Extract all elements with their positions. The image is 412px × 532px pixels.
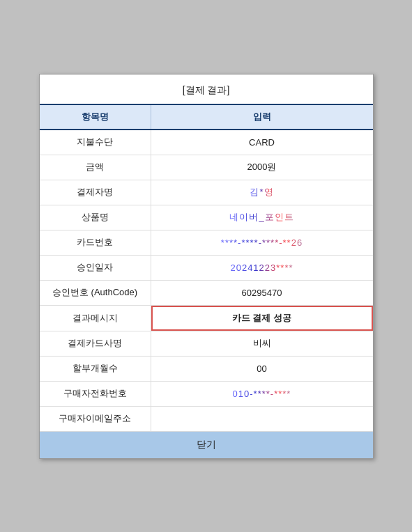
row-label: 카드번호 <box>40 230 151 255</box>
table-row: 할부개월수00 <box>40 357 373 382</box>
row-value: 네이버_포인트 <box>151 205 373 230</box>
row-value: 비씨 <box>151 331 373 356</box>
row-label: 결과메시지 <box>40 306 151 331</box>
header-col-value: 입력 <box>151 105 373 129</box>
row-label: 결제자명 <box>40 180 151 205</box>
table-body: 지불수단CARD금액2000원결제자명김*영상품명네이버_포인트카드번호****… <box>40 130 373 432</box>
table-header: 항목명 입력 <box>40 105 373 130</box>
table-row: 금액2000원 <box>40 155 373 180</box>
row-value: 010-****-**** <box>151 382 373 406</box>
row-value <box>151 407 373 431</box>
row-label: 상품명 <box>40 205 151 230</box>
row-label: 구매자이메일주소 <box>40 407 151 431</box>
row-label: 승인번호 (AuthCode) <box>40 281 151 305</box>
table-row: 승인일자20241223**** <box>40 256 373 281</box>
payment-result-dialog: [결제 결과] 항목명 입력 지불수단CARD금액2000원결제자명김*영상품명… <box>39 74 374 459</box>
row-value: CARD <box>151 130 373 155</box>
header-col-label: 항목명 <box>40 105 151 129</box>
row-value: ****-****-****-**26 <box>151 230 373 255</box>
close-button[interactable]: 닫기 <box>40 432 373 458</box>
row-label: 금액 <box>40 155 151 180</box>
dialog-title: [결제 결과] <box>40 75 373 105</box>
table-row: 구매자이메일주소 <box>40 407 373 432</box>
row-label: 결제카드사명 <box>40 331 151 356</box>
row-value: 김*영 <box>151 180 373 205</box>
row-label: 구매자전화번호 <box>40 382 151 406</box>
table-row: 상품명네이버_포인트 <box>40 205 373 230</box>
table-row: 결제자명김*영 <box>40 180 373 205</box>
row-label: 승인일자 <box>40 256 151 280</box>
table-row: 구매자전화번호010-****-**** <box>40 382 373 407</box>
row-label: 할부개월수 <box>40 357 151 381</box>
table-row: 지불수단CARD <box>40 130 373 155</box>
row-value: 2000원 <box>151 155 373 180</box>
table-row: 카드번호****-****-****-**26 <box>40 230 373 256</box>
row-value: 00 <box>151 357 373 381</box>
row-value: 카드 결제 성공 <box>151 306 373 331</box>
table-row: 결과메시지카드 결제 성공 <box>40 306 373 331</box>
row-value: 60295470 <box>151 281 373 305</box>
row-value: 20241223**** <box>151 256 373 280</box>
row-label: 지불수단 <box>40 130 151 155</box>
table-row: 결제카드사명비씨 <box>40 331 373 357</box>
table-row: 승인번호 (AuthCode)60295470 <box>40 281 373 306</box>
